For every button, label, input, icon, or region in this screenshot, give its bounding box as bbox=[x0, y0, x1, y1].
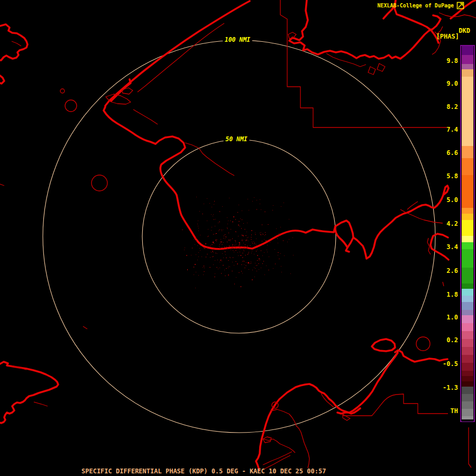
echo-dot bbox=[260, 234, 261, 235]
echo-dot bbox=[186, 255, 187, 256]
echo-dot bbox=[209, 203, 210, 204]
colorbar-segment bbox=[462, 419, 473, 422]
echo-dot bbox=[243, 261, 244, 261]
echo-dot bbox=[198, 231, 199, 231]
echo-dot bbox=[254, 277, 255, 277]
echo-dot bbox=[289, 239, 289, 240]
echo-dot bbox=[222, 253, 223, 254]
coastline-thick bbox=[104, 107, 155, 144]
echo-dot bbox=[272, 210, 273, 210]
echo-dot bbox=[227, 217, 227, 218]
echo-dot bbox=[241, 286, 241, 287]
echo-dot bbox=[242, 239, 242, 240]
echo-dot bbox=[257, 209, 257, 210]
echo-dot bbox=[279, 235, 279, 236]
echo-dot bbox=[255, 268, 255, 269]
echo-dot bbox=[212, 252, 212, 253]
echo-dot bbox=[212, 227, 212, 227]
echo-dot bbox=[205, 248, 205, 249]
echo-dot bbox=[222, 248, 222, 249]
echo-dot bbox=[245, 246, 245, 247]
echo-dot bbox=[252, 270, 253, 270]
echo-dot bbox=[241, 271, 242, 272]
echo-dot bbox=[241, 228, 242, 229]
echo-dot bbox=[240, 248, 240, 249]
coastline-thin bbox=[0, 184, 4, 186]
echo-dot bbox=[251, 239, 252, 240]
coastline-thin bbox=[185, 143, 234, 176]
colorbar-segment bbox=[462, 55, 473, 64]
echo-dot bbox=[196, 238, 196, 239]
colorbar-segment bbox=[462, 289, 473, 296]
echo-dot bbox=[202, 214, 203, 214]
echo-dot bbox=[227, 227, 227, 228]
echo-dot bbox=[262, 224, 262, 225]
echo-dot bbox=[258, 260, 259, 260]
echo-dot bbox=[263, 242, 264, 243]
echo-dot bbox=[200, 250, 200, 251]
echo-dot bbox=[256, 251, 257, 252]
echo-dot bbox=[213, 214, 214, 215]
echo-dot bbox=[218, 269, 218, 269]
coastline-thin bbox=[443, 282, 444, 286]
echo-dot bbox=[249, 210, 249, 210]
map-circle-feature bbox=[65, 100, 77, 112]
colorbar-segments bbox=[462, 46, 473, 421]
echo-dot bbox=[261, 250, 261, 251]
echo-dot bbox=[266, 266, 267, 266]
college-of-dupage-logo-icon bbox=[456, 2, 464, 10]
echo-dot bbox=[223, 238, 224, 239]
echo-dot bbox=[219, 222, 220, 222]
echo-dot bbox=[280, 233, 280, 234]
echo-dot bbox=[204, 204, 204, 204]
colorbar-segment bbox=[462, 208, 473, 214]
echo-dot bbox=[197, 224, 198, 224]
echo-dot bbox=[214, 277, 215, 277]
echo-dot bbox=[216, 267, 217, 268]
echo-dot bbox=[203, 267, 203, 268]
colorbar-segment bbox=[462, 376, 473, 381]
echo-dot bbox=[228, 240, 230, 241]
colorbar-tick-label: 5.0 bbox=[437, 196, 458, 204]
echo-dot bbox=[257, 265, 258, 266]
echo-dot bbox=[222, 261, 222, 261]
echo-dot bbox=[232, 246, 233, 247]
echo-dot bbox=[230, 221, 231, 221]
echo-dot bbox=[262, 255, 263, 256]
echo-dot bbox=[251, 261, 251, 262]
echo-dot bbox=[226, 258, 227, 258]
echo-dot bbox=[229, 245, 230, 246]
echo-dot bbox=[217, 253, 217, 254]
range-ring-label: 100 NMI bbox=[225, 36, 251, 43]
colorbar-segment bbox=[462, 339, 473, 347]
echo-dot bbox=[206, 257, 206, 258]
echo-dot bbox=[246, 232, 247, 232]
echo-dot bbox=[242, 219, 243, 220]
echo-dot bbox=[259, 259, 260, 259]
echo-dot bbox=[251, 230, 252, 231]
echo-dot bbox=[214, 243, 214, 244]
echo-dot bbox=[241, 219, 242, 220]
echo-dot bbox=[221, 273, 222, 274]
colorbar-tick-label: 7.4 bbox=[437, 126, 458, 133]
echo-dot bbox=[231, 248, 232, 249]
radar-map-canvas: 50 NMI100 NMI bbox=[0, 0, 476, 476]
echo-dot bbox=[223, 265, 224, 266]
echo-dot bbox=[203, 274, 204, 275]
echo-dot bbox=[234, 283, 235, 285]
map-circle-feature bbox=[416, 337, 430, 351]
echo-dot bbox=[248, 262, 249, 263]
echo-dot bbox=[224, 235, 224, 236]
coastline-thin bbox=[368, 67, 376, 75]
echo-dot bbox=[187, 269, 188, 270]
echo-dot bbox=[243, 235, 244, 236]
echo-dot bbox=[202, 257, 202, 257]
echo-dot bbox=[220, 243, 221, 244]
echo-dot bbox=[216, 240, 217, 240]
echo-dot bbox=[232, 271, 232, 271]
echo-dot bbox=[280, 227, 281, 227]
echo-dot bbox=[204, 248, 205, 249]
echo-dot bbox=[235, 240, 235, 241]
echo-dot bbox=[273, 268, 273, 269]
colorbar-tick-label: 0.2 bbox=[437, 336, 458, 344]
